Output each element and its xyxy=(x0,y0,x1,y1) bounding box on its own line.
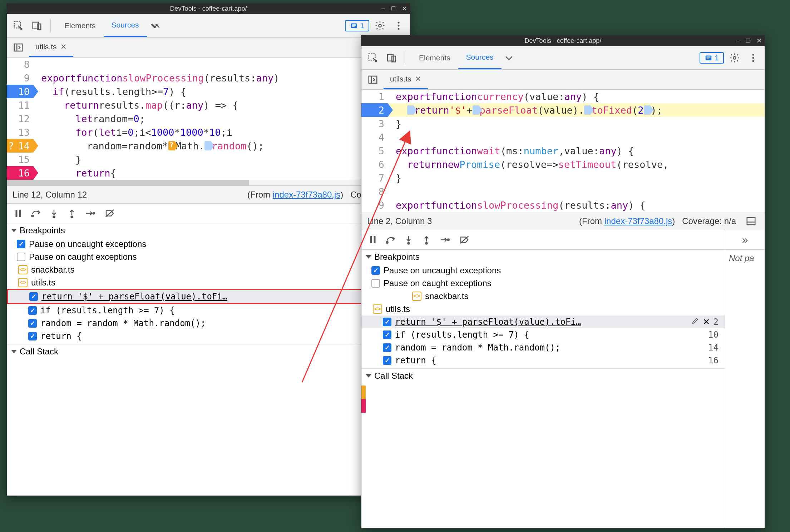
code-content[interactable]: } xyxy=(388,117,765,130)
code-content[interactable]: export function slowProcessing(results: … xyxy=(33,71,410,85)
inspect-element-icon[interactable] xyxy=(10,18,26,34)
line-number[interactable]: 12 xyxy=(7,112,33,125)
pause-caught-checkbox[interactable] xyxy=(17,253,25,261)
code-line[interactable]: 12let random = 0; xyxy=(7,112,410,125)
breakpoint-entry[interactable]: return '$' + parseFloat(value).toFi…✕2 xyxy=(361,315,725,328)
breakpoint-code[interactable]: if (results.length >= 7) { xyxy=(395,330,705,340)
code-line[interactable]: 13for (let i = 0; i < 1000 * 1000 * 10; … xyxy=(7,125,410,139)
code-line[interactable]: 2return '$' + parseFloat(value).toFixed(… xyxy=(361,103,765,117)
breakpoint-code[interactable]: if (results.length >= 7) { xyxy=(40,305,390,315)
inline-breakpoint-marker[interactable] xyxy=(584,105,591,115)
more-tabs-icon[interactable] xyxy=(502,50,517,66)
code-editor[interactable]: 1export function currency(value: any) {2… xyxy=(361,90,765,212)
pause-uncaught-row[interactable]: Pause on uncaught exceptions xyxy=(361,264,725,277)
tab-sources[interactable]: Sources xyxy=(458,46,502,69)
pause-uncaught-row[interactable]: Pause on uncaught exceptions xyxy=(7,238,410,250)
code-content[interactable]: return results.map((r: any) => { xyxy=(33,98,410,112)
code-line[interactable]: 1export function currency(value: any) { xyxy=(361,90,765,103)
line-number[interactable]: 9 xyxy=(361,198,388,212)
breakpoint-checkbox[interactable] xyxy=(28,332,37,340)
line-number[interactable]: 6 xyxy=(361,158,388,171)
breakpoint-code[interactable]: return '$' + parseFloat(value).toFi… xyxy=(41,292,372,302)
code-content[interactable]: return { xyxy=(33,166,410,180)
more-panels-icon[interactable]: » xyxy=(725,230,765,250)
code-line[interactable]: 9export function slowProcessing(results:… xyxy=(7,71,410,85)
step-into-icon[interactable] xyxy=(46,205,62,221)
kebab-menu-icon[interactable] xyxy=(745,50,761,66)
minimize-button[interactable]: – xyxy=(381,5,385,13)
maximize-button[interactable]: □ xyxy=(391,5,395,13)
code-line[interactable]: 16return { xyxy=(7,166,410,180)
breakpoint-checkbox[interactable] xyxy=(28,306,37,315)
code-line[interactable]: 11return results.map((r: any) => { xyxy=(7,98,410,112)
line-number[interactable]: 15 xyxy=(7,153,33,166)
breakpoints-section-header[interactable]: Breakpoints xyxy=(361,250,725,264)
code-content[interactable]: export function wait(ms: number, value: … xyxy=(388,144,765,158)
inline-breakpoint-marker[interactable] xyxy=(407,105,414,115)
file-tab-utils[interactable]: utils.ts ✕ xyxy=(29,38,73,57)
line-number[interactable]: 13 xyxy=(7,125,33,139)
code-content[interactable]: let random = 0; xyxy=(33,112,410,125)
inspect-element-icon[interactable] xyxy=(365,50,381,66)
device-toolbar-icon[interactable] xyxy=(29,18,45,34)
inline-breakpoint-marker[interactable] xyxy=(473,105,479,115)
close-tab-icon[interactable]: ✕ xyxy=(415,75,421,83)
breakpoints-section-header[interactable]: Breakpoints xyxy=(7,223,410,238)
horizontal-scrollbar[interactable] xyxy=(7,180,410,185)
breakpoint-file-snackbar[interactable]: <> snackbar.ts xyxy=(361,290,725,303)
breakpoint-file-utils[interactable]: <> utils.ts xyxy=(361,303,725,315)
code-line[interactable]: 8 xyxy=(361,185,765,198)
code-line[interactable]: 14random = random * Math.random(); xyxy=(7,139,410,153)
step-into-icon[interactable] xyxy=(401,232,416,248)
breakpoint-checkbox[interactable] xyxy=(28,319,37,328)
settings-icon[interactable] xyxy=(372,18,388,34)
line-number[interactable]: 14 xyxy=(7,139,33,153)
pause-caught-checkbox[interactable] xyxy=(371,279,380,288)
source-map-link[interactable]: index-73f73a80.js xyxy=(273,190,340,199)
code-line[interactable]: 4 xyxy=(361,130,765,144)
pause-resume-icon[interactable] xyxy=(10,205,26,221)
line-number[interactable]: 3 xyxy=(361,117,388,130)
code-line[interactable]: 3} xyxy=(361,117,765,130)
breakpoint-code[interactable]: return { xyxy=(40,331,390,341)
edit-breakpoint-icon[interactable] xyxy=(691,317,699,327)
step-icon[interactable] xyxy=(82,205,98,221)
code-content[interactable]: } xyxy=(388,171,765,185)
breakpoint-code[interactable]: random = random * Math.random(); xyxy=(40,318,390,328)
breakpoint-checkbox[interactable] xyxy=(383,330,391,339)
file-tab-utils[interactable]: utils.ts ✕ xyxy=(384,70,428,89)
code-content[interactable] xyxy=(388,130,765,144)
line-number[interactable]: 9 xyxy=(7,71,33,85)
show-drawer-icon[interactable] xyxy=(743,213,759,229)
line-number[interactable]: 8 xyxy=(361,185,388,198)
tab-elements[interactable]: Elements xyxy=(56,14,104,37)
step-icon[interactable] xyxy=(436,232,452,248)
settings-icon[interactable] xyxy=(727,50,742,66)
source-map-link[interactable]: index-73f73a80.js xyxy=(604,216,672,226)
code-editor[interactable]: 89export function slowProcessing(results… xyxy=(7,58,410,185)
callstack-section-header[interactable]: Call Stack xyxy=(361,368,725,383)
breakpoint-code[interactable]: return { xyxy=(395,356,705,366)
remove-breakpoint-icon[interactable]: ✕ xyxy=(703,317,710,327)
step-over-icon[interactable] xyxy=(28,205,44,221)
pause-uncaught-checkbox[interactable] xyxy=(371,266,380,275)
code-content[interactable]: return new Promise(resolve => setTimeout… xyxy=(388,158,765,171)
line-number[interactable]: 4 xyxy=(361,130,388,144)
code-line[interactable]: 8 xyxy=(7,58,410,71)
breakpoint-entry[interactable]: if (results.length >= 7) {10 xyxy=(361,328,725,341)
code-line[interactable]: 7} xyxy=(361,171,765,185)
device-toolbar-icon[interactable] xyxy=(384,50,399,66)
deactivate-breakpoints-icon[interactable] xyxy=(456,232,472,248)
code-content[interactable] xyxy=(388,185,765,198)
issues-badge[interactable]: 1 xyxy=(700,52,724,64)
code-content[interactable]: export function slowProcessing(results: … xyxy=(388,198,765,212)
line-number[interactable]: 2 xyxy=(361,103,388,117)
code-content[interactable]: return '$' + parseFloat(value).toFixed(2… xyxy=(388,103,765,117)
line-number[interactable]: 10 xyxy=(7,85,33,98)
breakpoint-code[interactable]: random = random * Math.random(); xyxy=(395,343,705,353)
code-content[interactable] xyxy=(33,58,410,71)
breakpoint-entry[interactable]: return '$' + parseFloat(value).toFi…✕2 xyxy=(7,289,410,304)
code-content[interactable]: for (let i = 0; i < 1000 * 1000 * 10; i xyxy=(33,125,410,139)
kebab-menu-icon[interactable] xyxy=(391,18,406,34)
close-window-button[interactable]: ✕ xyxy=(402,5,407,13)
